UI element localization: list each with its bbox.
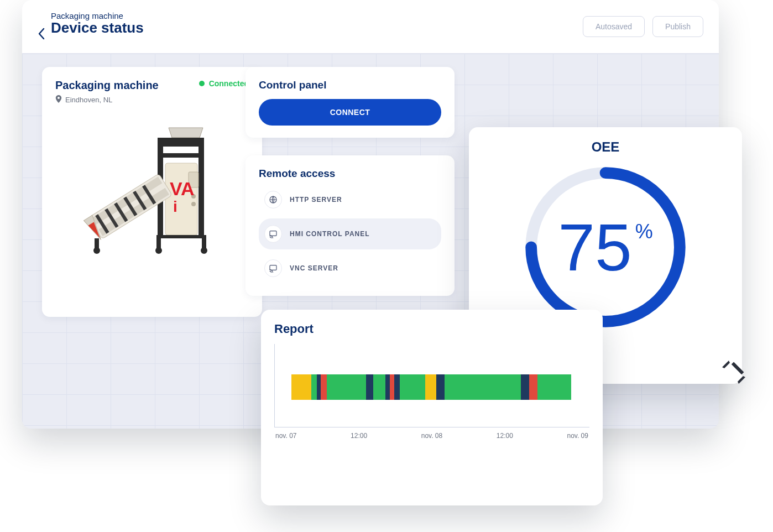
remote-item-vnc[interactable]: VNC SERVER [259,253,441,284]
svg-marker-37 [738,376,745,384]
svg-text:A: A [181,178,194,199]
timeline-segment [321,374,326,400]
timeline-segment [390,374,394,400]
svg-point-26 [155,247,162,254]
timeline-segment [311,374,317,400]
connect-button[interactable]: CONNECT [259,99,441,126]
status-dot-icon [199,81,205,86]
svg-rect-36 [732,362,744,375]
timeline-segment [394,374,400,400]
device-card: Packaging machine Eindhoven, NL Connecte… [42,67,262,317]
report-title: Report [274,322,589,336]
globe-icon [264,191,282,208]
timeline-segment [317,374,321,400]
remote-item-http[interactable]: HTTP SERVER [259,184,441,215]
device-image: V A i [55,113,249,257]
timeline-segment [445,374,520,400]
timeline-segment [521,374,529,400]
remote-access-title: Remote access [259,168,441,180]
tick-label: nov. 07 [275,432,296,440]
svg-rect-4 [158,153,204,158]
timeline-segment [366,374,373,400]
remote-item-hmi[interactable]: HMI CONTROL PANEL [259,218,441,249]
svg-point-27 [201,247,207,254]
svg-point-29 [93,247,100,254]
svg-rect-3 [199,147,204,235]
svg-rect-1 [158,138,204,147]
timeline-segment [537,374,571,400]
timeline-segment [385,374,390,400]
timeline-segment [425,374,436,400]
remote-item-label: VNC SERVER [290,264,338,272]
back-chevron-icon[interactable] [38,28,45,42]
oee-title: OEE [592,139,620,155]
svg-rect-23 [156,235,206,238]
location-pin-icon [55,95,62,105]
resize-handle-icon[interactable] [721,359,746,387]
report-x-ticks: nov. 07 12:00 nov. 08 12:00 nov. 09 [274,432,589,440]
autosaved-button[interactable]: Autosaved [583,16,645,37]
timeline-segment [373,374,386,400]
oee-value: 75 [558,214,631,280]
timeline-segment [529,374,537,400]
remote-item-label: HMI CONTROL PANEL [290,230,370,238]
cast-icon [264,225,282,243]
remote-access-card: Remote access HTTP SERVER HMI CONTROL PA… [246,155,455,296]
cast-icon [264,259,282,277]
svg-marker-35 [722,361,730,368]
tick-label: 12:00 [497,432,513,440]
control-panel-title: Control panel [259,79,441,91]
oee-donut-chart: 75 % [520,161,691,333]
status-text: Connected [209,79,249,88]
connection-status: Connected [199,79,249,88]
timeline-segment [436,374,445,400]
svg-rect-32 [270,265,276,270]
report-card[interactable]: Report nov. 07 12:00 nov. 08 12:00 nov. … [261,310,603,505]
timeline-segment [327,374,366,400]
report-timeline-chart [274,344,589,427]
svg-point-8 [191,202,196,206]
tick-label: nov. 09 [567,432,588,440]
titlebar: Packaging machine Device status Autosave… [22,0,719,54]
tick-label: 12:00 [351,432,367,440]
remote-item-label: HTTP SERVER [290,196,342,204]
oee-unit: % [635,220,653,243]
svg-text:i: i [173,198,177,215]
page-title: Device status [51,19,144,36]
control-panel-card: Control panel CONNECT [246,67,455,138]
timeline-segment [291,374,311,400]
publish-button[interactable]: Publish [652,16,703,37]
device-name: Packaging machine [55,79,159,92]
timeline-segment [400,374,425,400]
device-location: Eindhoven, NL [65,96,112,104]
svg-marker-0 [169,128,203,138]
tick-label: nov. 08 [421,432,442,440]
svg-rect-31 [270,231,276,236]
